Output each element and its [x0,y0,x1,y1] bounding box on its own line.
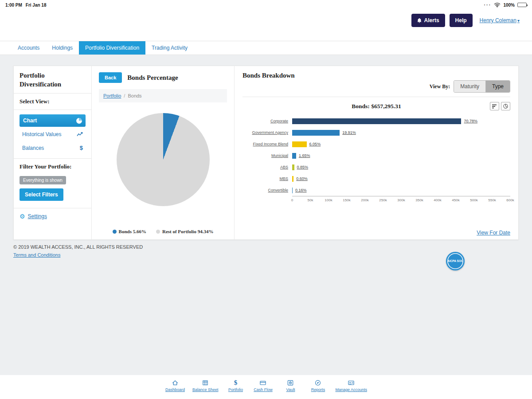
breadcrumb-current: Bonds [128,93,141,98]
header-actions: Alerts Help Henry Coleman▾ [411,14,520,27]
bottom-nav-balance-sheet[interactable]: Balance Sheet [192,379,219,392]
bar-category-label[interactable]: Corporate [243,119,292,123]
view-historical-label: Historical Values [22,131,61,137]
bar-percent-label[interactable]: 6.05% [309,142,321,146]
bar[interactable] [292,118,461,124]
divider [14,158,91,159]
x-tick: 600k [506,198,514,202]
bar-category-label[interactable]: Municipal [243,153,292,158]
bar-percent-label[interactable]: 0.85% [297,165,309,169]
bar[interactable] [292,141,307,147]
bottom-nav-manage-accounts[interactable]: Manage Accounts [335,379,367,392]
breadcrumb: Portfolio / Bonds [99,89,227,102]
compass-icon [314,379,321,386]
bar-view-toggle[interactable] [490,102,499,110]
bar-track: 70.78% [292,118,510,124]
bar-percent-label[interactable]: 0.16% [295,188,307,192]
pie-legend: Bonds 5.66% Rest of Portfolio 94.34% [92,229,234,234]
breadcrumb-separator: / [124,93,125,98]
pie-view-toggle[interactable] [501,102,510,110]
bonds-breakdown-title: Bonds Breakdown [243,72,510,79]
bottom-nav-label: Balance Sheet [192,387,219,392]
bar-track: 0.16% [292,187,510,193]
bar-percent-label[interactable]: 1.65% [299,153,310,158]
footer-copyright: © 2019 WEALTH ACCESS, INC., ALL RIGHTS R… [13,244,143,250]
main-card: Portfolio Diversification Select View: C… [13,66,519,240]
user-menu-link[interactable]: Henry Coleman▾ [480,17,520,23]
help-button[interactable]: Help [450,14,473,27]
tab-portfolio-diversification[interactable]: Portfolio Diversification [79,41,145,55]
x-tick: 50k [308,198,313,202]
view-chart-label: Chart [23,117,37,124]
select-filters-button[interactable]: Select Filters [20,188,63,201]
vault-icon [287,379,294,386]
sidebar-view-historical-values[interactable]: Historical Values [20,129,86,140]
bar-category-label[interactable]: ABS [243,165,292,169]
divider [14,110,91,110]
bar-category-label[interactable]: MBS [243,176,292,181]
view-by-maturity-button[interactable]: Maturity [454,81,485,92]
bottom-nav: Dashboard Balance Sheet $ Portfolio Cash… [0,375,532,399]
bar[interactable] [292,153,296,159]
bar-category-label[interactable]: Government Agency [243,130,292,135]
x-axis: 0 50k 100k 150k 200k 250k 300k 350k 400k… [292,196,510,205]
bar-category-label[interactable]: Convertible [243,188,292,192]
select-view-heading: Select View: [20,98,86,105]
bar-track: 1.65% [292,153,510,159]
tab-trading-activity[interactable]: Trading Activity [145,41,194,55]
x-tick: 550k [488,198,496,202]
view-balances-label: Balances [22,145,44,151]
bar-row: Government Agency 19.91% [243,127,510,138]
alerts-label: Alerts [424,17,439,23]
bottom-nav-reports[interactable]: Reports [308,379,328,392]
bar[interactable] [292,130,340,136]
bell-icon [417,18,422,23]
bar-chart-icon [492,104,497,109]
alerts-button[interactable]: Alerts [411,14,445,27]
table-icon [202,379,209,386]
view-by-row: View By: Maturity Type [243,80,510,93]
x-tick: 450k [452,198,459,202]
bottom-nav-label: Dashboard [165,387,185,392]
tab-holdings[interactable]: Holdings [46,41,79,55]
filter-status-badge: Everything is shown [20,176,66,184]
bar-row: Convertible 0.16% [243,184,510,196]
view-by-label: View By: [430,83,450,90]
bottom-nav-portfolio[interactable]: $ Portfolio [225,379,246,392]
x-tick: 300k [397,198,405,202]
bar-percent-label[interactable]: 19.91% [342,130,356,135]
bottom-nav-label: Manage Accounts [335,387,367,392]
breadcrumb-portfolio-link[interactable]: Portfolio [103,93,121,98]
bottom-nav-dashboard[interactable]: Dashboard [165,379,185,392]
bottom-nav-cash-flow[interactable]: Cash Flow [253,379,273,392]
sidebar-view-balances[interactable]: Balances $ [20,142,86,154]
bar-track: 0.85% [292,164,510,170]
pie-chart-icon [76,118,82,124]
bar-row: MBS 0.60% [243,173,510,184]
terms-link[interactable]: Terms and Conditions [13,252,60,258]
sidebar-view-chart[interactable]: Chart [20,114,86,127]
tab-accounts[interactable]: Accounts [12,41,46,55]
settings-link[interactable]: ⚙ Settings [20,213,86,220]
x-tick: 0 [291,198,293,202]
bottom-nav-vault[interactable]: Vault [280,379,301,392]
view-for-date-link[interactable]: View For Date [477,230,510,236]
bar-track: 6.05% [292,141,510,147]
bar-category-label[interactable]: Fixed Income Blend [243,142,292,146]
bonds-percentage-title: Bonds Percentage [127,74,178,82]
pie-chart[interactable] [117,113,210,206]
aicpa-soc-badge[interactable]: AICPA SOC [446,252,465,270]
x-tick: 350k [415,198,423,202]
bar[interactable] [292,164,294,170]
bar-row: ABS 0.85% [243,161,510,173]
wifi-icon [494,2,501,8]
bar[interactable] [292,188,293,193]
bar-row: Municipal 1.65% [243,150,510,161]
view-by-type-button[interactable]: Type [485,81,510,92]
back-button[interactable]: Back [99,72,122,83]
bar-percent-label[interactable]: 0.60% [296,176,308,181]
bar[interactable] [292,176,293,182]
bar-row: Corporate 70.78% [243,115,510,127]
bar-percent-label[interactable]: 70.78% [464,119,477,123]
dollar-icon: $ [80,145,83,151]
